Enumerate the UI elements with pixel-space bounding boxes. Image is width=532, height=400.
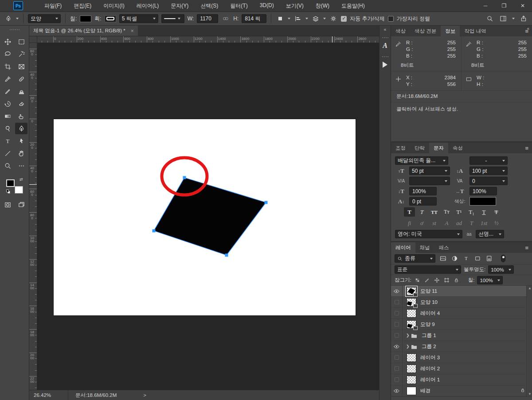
adjustment-layers-filter-icon[interactable] <box>450 255 459 263</box>
smudge-tool[interactable] <box>15 110 27 122</box>
gradient-tool[interactable] <box>1 110 14 122</box>
layer-name[interactable]: 레이어 4 <box>420 310 440 317</box>
layer-name[interactable]: 레이어 2 <box>420 365 440 372</box>
gear-icon[interactable] <box>329 14 338 23</box>
layer-name[interactable]: 모양 10 <box>420 299 438 306</box>
screen-mode-button[interactable] <box>15 199 27 210</box>
visibility-toggle[interactable] <box>391 374 403 385</box>
auto-add-delete-checkbox[interactable] <box>341 16 347 22</box>
tool-mode-select[interactable]: 모양 <box>28 14 61 23</box>
marquee-tool[interactable] <box>15 36 27 47</box>
layer-row-6[interactable]: 레이어 3 <box>391 352 526 363</box>
text-style-underline[interactable]: T <box>478 207 489 217</box>
anchor-point[interactable] <box>265 201 268 204</box>
text-style-italic[interactable]: T <box>416 207 427 217</box>
anchor-point[interactable] <box>153 229 156 233</box>
tab-close-icon[interactable]: × <box>131 28 134 34</box>
path-operations-icon[interactable] <box>276 14 285 23</box>
pen-tool-preset-icon[interactable] <box>4 14 13 23</box>
maximize-button[interactable]: ❐ <box>495 0 513 12</box>
swap-colors-icon[interactable]: ⇄ <box>20 178 23 182</box>
layer-thumbnail[interactable] <box>407 320 416 329</box>
tab-channels[interactable]: 채널 <box>415 242 434 253</box>
text-style-all-caps[interactable]: TT <box>429 207 440 217</box>
vertical-ruler[interactable]: 6004002000200400600800100012001400160018… <box>29 43 37 390</box>
opentype-feature-button[interactable]: T <box>466 218 477 228</box>
glyphs-panel-button[interactable]: A <box>380 40 390 51</box>
foreground-color-swatch[interactable] <box>6 179 15 187</box>
menu-item-0[interactable]: 파일(F) <box>44 2 62 10</box>
anchor-point[interactable] <box>183 176 186 179</box>
preset-caret-icon[interactable] <box>16 18 19 19</box>
layer-row-5[interactable]: ❯그룹 2 <box>391 341 526 352</box>
collapse-panels-icon[interactable]: « <box>527 25 529 31</box>
panel-menu-icon[interactable]: ≡ <box>525 245 528 251</box>
layer-thumbnail[interactable] <box>407 353 416 362</box>
fill-swatch[interactable] <box>80 16 91 22</box>
tracking-select[interactable]: 0 <box>469 177 508 185</box>
layer-thumbnail[interactable] <box>407 376 416 384</box>
layer-name[interactable]: 모양 11 <box>420 288 437 295</box>
tab-adjustments[interactable]: 조정 <box>391 143 410 153</box>
menu-item-6[interactable]: 필터(T) <box>230 2 247 10</box>
visibility-toggle[interactable] <box>391 319 403 330</box>
horizontal-scale-field[interactable]: 100% <box>469 187 497 195</box>
opentype-feature-button[interactable]: A <box>441 218 452 228</box>
expand-panels-icon[interactable]: « <box>379 26 391 32</box>
layer-filter-toggle[interactable] <box>501 255 505 262</box>
menu-item-2[interactable]: 이미지(I) <box>103 2 124 10</box>
anti-alias-select[interactable]: 선명... <box>476 230 504 238</box>
type-layers-filter-icon[interactable]: T <box>462 255 470 263</box>
layer-name[interactable]: 그룹 2 <box>422 343 436 350</box>
search-icon[interactable] <box>485 14 494 23</box>
path-selection-tool[interactable] <box>15 135 27 147</box>
menu-item-8[interactable]: 보기(V) <box>286 2 304 10</box>
height-field[interactable]: 814 픽 <box>242 14 266 23</box>
pen-tool[interactable] <box>15 123 27 134</box>
align-edges-checkbox[interactable] <box>388 16 394 22</box>
fill-opacity-select[interactable]: 100% <box>477 276 503 284</box>
language-select[interactable]: 영어: 미국 <box>395 230 462 238</box>
lasso-tool[interactable] <box>1 48 14 60</box>
minimize-button[interactable]: ─ <box>476 0 495 12</box>
eyedropper-tool[interactable] <box>1 73 14 85</box>
actions-panel-button[interactable] <box>380 59 390 70</box>
path-alignment-icon[interactable] <box>293 14 302 23</box>
text-style-bold[interactable]: T <box>404 207 415 217</box>
visibility-toggle[interactable] <box>391 352 403 363</box>
tab-info[interactable]: 정보 <box>441 26 460 36</box>
layer-name[interactable]: 레이어 3 <box>420 354 440 361</box>
baseline-shift-field[interactable]: 0 pt <box>409 197 437 206</box>
kerning-select[interactable] <box>409 177 450 185</box>
layers-scrollbar[interactable]: ▲ ▼ <box>526 286 532 396</box>
document-tab[interactable]: 제목 없음-1 @ 26.4% (모양 11, RGB/8) * × <box>29 26 138 36</box>
lock-pixels-icon[interactable] <box>424 277 431 284</box>
crop-tool[interactable] <box>1 61 14 72</box>
magic-wand-tool[interactable] <box>15 48 27 60</box>
zoom-tool[interactable] <box>1 160 14 171</box>
default-colors-icon[interactable] <box>6 190 10 194</box>
stroke-type-select[interactable] <box>161 14 184 23</box>
font-family-select[interactable]: 배달의민족 을... <box>395 156 448 165</box>
menu-item-1[interactable]: 편집(E) <box>74 2 91 10</box>
tab-layers[interactable]: 레이어 <box>391 242 415 253</box>
ruler-corner[interactable] <box>29 36 37 43</box>
lock-all-icon[interactable] <box>453 277 460 284</box>
tab-character[interactable]: 문자 <box>429 143 448 153</box>
smart-objects-filter-icon[interactable] <box>485 255 493 263</box>
layer-row-3[interactable]: 모양 9 <box>391 319 526 330</box>
more-tools[interactable] <box>15 160 27 171</box>
zoom-level-field[interactable]: 26.42% <box>29 390 68 400</box>
menu-item-9[interactable]: 창(W) <box>316 2 329 10</box>
tab-color[interactable]: 색상 <box>391 26 410 36</box>
visibility-toggle[interactable] <box>391 330 403 341</box>
panel-menu-icon[interactable]: ≡ <box>525 145 528 151</box>
vertical-scale-field[interactable]: 100% <box>409 187 437 195</box>
menu-item-3[interactable]: 레이어(L) <box>137 2 159 10</box>
visibility-toggle[interactable] <box>391 341 403 352</box>
tab-history[interactable]: 작업 내역 <box>460 26 490 36</box>
link-dimensions-icon[interactable] <box>221 14 230 23</box>
opentype-feature-button[interactable]: ơ <box>416 218 427 228</box>
blend-mode-select[interactable]: 표준 <box>395 265 461 274</box>
layer-thumbnail[interactable] <box>407 309 416 318</box>
